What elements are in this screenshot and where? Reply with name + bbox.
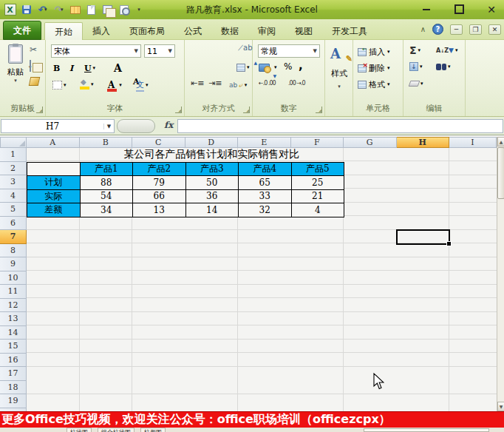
increase-decimal-button[interactable]: ←.0 .00 xyxy=(259,80,276,87)
sheet-tab-柱形图[interactable]: 柱形图 xyxy=(140,428,166,432)
customize-qat-icon[interactable]: ▾ xyxy=(134,4,146,16)
decrease-indent-button[interactable]: ⇤≡ xyxy=(191,78,204,88)
sheet-tab-组合柱状图[interactable]: 组合柱状图 xyxy=(98,428,134,432)
font-name-select[interactable]: 宋体▼ xyxy=(51,44,141,58)
new-document-icon[interactable] xyxy=(85,4,98,16)
scroll-down-icon[interactable]: ▼ xyxy=(497,402,504,411)
table-value-r2c1[interactable]: 54 xyxy=(80,189,134,204)
horizontal-scrollbar[interactable] xyxy=(364,428,489,432)
row-header-7[interactable]: 7 xyxy=(0,230,27,244)
tab-审阅[interactable]: 审阅 xyxy=(248,22,285,40)
font-dialog-launcher[interactable] xyxy=(175,107,182,113)
name-box[interactable]: H7 ▼ xyxy=(1,119,115,133)
tab-开始[interactable]: 开始 xyxy=(44,22,83,40)
bold-button[interactable]: B xyxy=(53,61,60,75)
table-value-r3c5[interactable]: 4 xyxy=(291,203,345,217)
copy-button[interactable]: ▾ xyxy=(30,61,32,71)
formula-input[interactable] xyxy=(177,119,503,133)
table-value-r2c5[interactable]: 21 xyxy=(291,189,345,204)
row-header-2[interactable]: 2 xyxy=(0,162,27,176)
row-header-11[interactable]: 11 xyxy=(0,285,27,299)
print-preview-icon[interactable] xyxy=(118,4,130,16)
fx-icon[interactable]: fx xyxy=(164,120,173,130)
italic-button[interactable]: I xyxy=(69,61,73,75)
row-header-12[interactable]: 12 xyxy=(0,299,27,313)
borders-button[interactable]: ▾ xyxy=(52,78,67,92)
column-header-B[interactable]: B xyxy=(80,137,133,148)
table-rowlabel-差额[interactable]: 差额 xyxy=(27,203,81,217)
row-header-4[interactable]: 4 xyxy=(0,189,27,203)
table-header-产品4[interactable]: 产品4 xyxy=(238,162,292,177)
row-header-16[interactable]: 16 xyxy=(0,354,27,368)
wrap-text-button[interactable]: ab⤶▾ xyxy=(229,78,247,92)
shapes-icon[interactable]: ▾ xyxy=(101,4,114,16)
sheet-tab-柱状图[interactable]: 柱状图 xyxy=(67,428,92,432)
vertical-scrollbar[interactable]: ▲ ▼ xyxy=(497,137,504,411)
table-value-r1c1[interactable]: 88 xyxy=(80,175,134,190)
table-value-r3c4[interactable]: 32 xyxy=(238,203,292,217)
comma-style-button[interactable]: , xyxy=(299,59,303,72)
sort-filter-button[interactable]: A↓Z▼▾ xyxy=(436,44,457,57)
table-value-r1c4[interactable]: 65 xyxy=(238,175,292,190)
clipboard-dialog-launcher[interactable] xyxy=(36,107,43,113)
table-rowlabel-计划[interactable]: 计划 xyxy=(27,175,81,190)
decrease-decimal-button[interactable]: .00 →.0 xyxy=(288,80,305,87)
tab-开发工具[interactable]: 开发工具 xyxy=(322,22,377,40)
row-header-13[interactable]: 13 xyxy=(0,312,27,326)
table-header-产品5[interactable]: 产品5 xyxy=(291,162,345,177)
merge-center-button[interactable]: ▾ xyxy=(236,61,250,74)
column-header-A[interactable]: A xyxy=(27,137,80,148)
row-header-18[interactable]: 18 xyxy=(0,381,27,395)
table-header-产品2[interactable]: 产品2 xyxy=(132,162,186,177)
table-value-r2c4[interactable]: 33 xyxy=(238,189,292,204)
tab-数据[interactable]: 数据 xyxy=(211,22,248,40)
close-button[interactable]: ✕ xyxy=(483,3,500,16)
table-view-icon[interactable] xyxy=(69,4,81,16)
cut-button[interactable]: ✂ xyxy=(30,44,37,55)
table-value-r3c1[interactable]: 34 xyxy=(80,203,134,217)
tab-公式[interactable]: 公式 xyxy=(174,22,211,40)
minimize-button[interactable] xyxy=(418,3,435,16)
row-header-14[interactable]: 14 xyxy=(0,326,27,340)
number-dialog-launcher[interactable] xyxy=(316,107,322,113)
selected-cell-outline[interactable] xyxy=(396,229,451,245)
row-header-19[interactable]: 19 xyxy=(0,394,27,408)
row-header-5[interactable]: 5 xyxy=(0,203,27,217)
row-header-1[interactable]: 1 xyxy=(0,148,27,162)
scroll-up-icon[interactable]: ▲ xyxy=(497,137,504,146)
table-value-r1c5[interactable]: 25 xyxy=(291,175,345,190)
name-box-dropdown-icon[interactable]: ▼ xyxy=(103,124,114,129)
undo-icon[interactable]: ↶▾ xyxy=(36,4,49,16)
font-size-select[interactable]: 11▼ xyxy=(144,44,175,58)
row-header-8[interactable]: 8 xyxy=(0,244,27,258)
table-rowlabel-实际[interactable]: 实际 xyxy=(27,189,81,204)
accounting-format-button[interactable]: ▾ xyxy=(259,61,277,74)
column-header-C[interactable]: C xyxy=(132,137,185,148)
table-value-r1c3[interactable]: 50 xyxy=(185,175,239,190)
maximize-button[interactable] xyxy=(451,3,467,16)
help-icon[interactable]: ? xyxy=(432,24,443,35)
workbook-minimize-icon[interactable]: ─ xyxy=(450,24,463,35)
collapse-ribbon-icon[interactable]: ∧ xyxy=(420,25,426,33)
column-header-I[interactable]: I xyxy=(449,137,497,148)
insert-cells-button[interactable]: 插入▾ xyxy=(358,44,390,59)
format-cells-button[interactable]: 格式▾ xyxy=(358,77,390,92)
row-header-15[interactable]: 15 xyxy=(0,340,27,354)
delete-cells-button[interactable]: 删除▾ xyxy=(358,61,390,75)
underline-button[interactable]: U▾ xyxy=(84,61,95,75)
format-painter-icon[interactable] xyxy=(29,77,41,86)
column-header-D[interactable]: D xyxy=(185,137,239,148)
fill-button[interactable]: ↓▾ xyxy=(409,60,423,73)
excel-logo-icon[interactable]: X xyxy=(4,4,16,16)
tab-页面布局[interactable]: 页面布局 xyxy=(120,22,174,40)
table-corner-cell[interactable] xyxy=(27,162,81,177)
table-header-产品3[interactable]: 产品3 xyxy=(185,162,239,177)
tab-插入[interactable]: 插入 xyxy=(83,22,120,40)
row-header-17[interactable]: 17 xyxy=(0,367,27,381)
column-header-E[interactable]: E xyxy=(238,137,291,148)
phonetic-button[interactable]: 文▾ xyxy=(136,78,149,92)
workbook-restore-icon[interactable]: ❐ xyxy=(469,24,482,35)
clear-button[interactable]: ▾ xyxy=(409,77,423,90)
column-header-F[interactable]: F xyxy=(291,137,344,148)
table-value-r1c2[interactable]: 79 xyxy=(132,175,186,190)
